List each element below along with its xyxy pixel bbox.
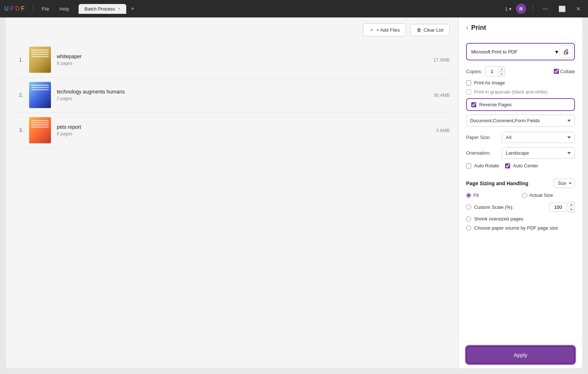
paper-size-label: Paper Size: bbox=[466, 135, 499, 140]
rotate-center-row: Auto Rotate Auto Center bbox=[466, 163, 575, 172]
file-thumbnail bbox=[29, 82, 51, 108]
collate-checkbox[interactable] bbox=[554, 69, 559, 74]
scale-input[interactable] bbox=[549, 203, 567, 212]
reverse-pages-checkbox[interactable] bbox=[471, 102, 476, 107]
close-button[interactable]: ✕ bbox=[573, 5, 584, 13]
file-info: technology augments humans 2 pages bbox=[57, 89, 428, 101]
file-pages: 2 pages bbox=[57, 96, 428, 101]
print-bw-checkbox[interactable] bbox=[466, 89, 471, 95]
add-files-label: + Add Files bbox=[376, 27, 400, 33]
paper-size-select[interactable]: A4 bbox=[502, 132, 575, 143]
print-bw-label: Print in grayscale (black and white) bbox=[474, 89, 548, 95]
printer-section: Microsoft Print to PDF ▾ 🖨 bbox=[466, 43, 575, 60]
document-combo[interactable]: Document,Comment,Form Fields bbox=[466, 115, 575, 127]
tab-close-icon[interactable]: × bbox=[118, 6, 120, 11]
orientation-row: Orientation: Landscape bbox=[466, 147, 575, 159]
actual-size-label: Actual Size bbox=[529, 192, 553, 198]
auto-center-label: Auto Center bbox=[513, 163, 538, 168]
printer-icon-button[interactable]: 🖨 bbox=[560, 45, 573, 58]
tab-batch-process[interactable]: Batch Process × bbox=[79, 4, 126, 14]
custom-scale-radio[interactable] bbox=[466, 204, 471, 210]
file-thumbnail bbox=[29, 47, 51, 73]
clear-list-button[interactable]: 🗑 Clear List bbox=[410, 24, 450, 36]
settings-header: ‹ Print bbox=[459, 17, 582, 37]
reverse-pages-label: Reverse Pages bbox=[479, 102, 512, 107]
shrink-label: Shrink oversized pages bbox=[474, 216, 523, 222]
file-info: pets report 6 pages bbox=[57, 124, 430, 136]
printer-select[interactable]: Microsoft Print to PDF bbox=[468, 47, 554, 57]
auto-rotate-row: Auto Rotate bbox=[466, 163, 499, 168]
file-name: whitepaper bbox=[57, 53, 428, 59]
list-item: 1. whitepaper 8 pages 17.9MB bbox=[15, 42, 450, 77]
choose-paper-radio[interactable] bbox=[466, 226, 471, 231]
scale-up-button[interactable]: ▴ bbox=[568, 202, 575, 207]
tab-label: Batch Process bbox=[84, 6, 115, 12]
shrink-radio[interactable] bbox=[466, 216, 471, 222]
copies-up-button[interactable]: ▴ bbox=[499, 67, 505, 71]
back-button[interactable]: ‹ bbox=[466, 24, 468, 32]
titlebar: UPDF File Help Batch Process × + 1 ▾ R —… bbox=[0, 0, 588, 17]
titlebar-right: 1 ▾ R — ⬜ ✕ bbox=[505, 4, 584, 14]
apply-section: Apply bbox=[459, 341, 582, 368]
settings-panel: ‹ Print Microsoft Print to PDF ▾ 🖨 Copie… bbox=[458, 17, 582, 368]
settings-title: Print bbox=[471, 24, 486, 32]
shrink-row: Shrink oversized pages bbox=[466, 216, 575, 222]
maximize-button[interactable]: ⬜ bbox=[556, 5, 569, 13]
list-item: 2. technology augments humans 2 pages 36… bbox=[15, 77, 450, 113]
paper-size-row: Paper Size: A4 bbox=[466, 132, 575, 143]
file-num: 3. bbox=[15, 127, 23, 133]
file-name: technology augments humans bbox=[57, 89, 428, 95]
file-size: 36.4MB bbox=[433, 92, 450, 98]
plus-icon: ＋ bbox=[369, 27, 374, 33]
fit-radio-item: Fit bbox=[466, 192, 519, 198]
size-dropdown[interactable]: Size bbox=[554, 179, 575, 188]
collate-text: Collate bbox=[560, 69, 575, 74]
page-sizing-header: Page Sizing and Handling Size bbox=[466, 179, 575, 188]
orientation-label: Orientation: bbox=[466, 150, 499, 156]
copies-input[interactable] bbox=[485, 67, 498, 76]
copies-arrows: ▴ ▾ bbox=[498, 67, 505, 76]
file-num: 2. bbox=[15, 92, 23, 98]
auto-center-row: Auto Center bbox=[505, 163, 538, 168]
list-item: 3. pets report 6 pages 3.8MB bbox=[15, 113, 450, 148]
apply-button[interactable]: Apply bbox=[466, 346, 575, 364]
fit-radio[interactable] bbox=[466, 193, 471, 198]
file-name: pets report bbox=[57, 124, 430, 130]
copies-input-wrap: ▴ ▾ bbox=[485, 66, 505, 76]
file-num: 1. bbox=[15, 57, 23, 63]
file-toolbar: ＋ + Add Files 🗑 Clear List bbox=[6, 17, 458, 42]
minimize-button[interactable]: — bbox=[540, 5, 551, 13]
menu-help[interactable]: Help bbox=[56, 5, 73, 13]
actual-size-radio-item: Actual Size bbox=[522, 192, 575, 198]
page-sizing-title: Page Sizing and Handling bbox=[466, 180, 528, 186]
logo-d: D bbox=[15, 5, 20, 12]
logo-f: F bbox=[21, 5, 25, 12]
titlebar-right-divider bbox=[533, 4, 533, 13]
orientation-select[interactable]: Landscape bbox=[502, 147, 575, 159]
clear-list-label: Clear List bbox=[424, 27, 444, 33]
main-content: ＋ + Add Files 🗑 Clear List 1. bbox=[6, 17, 582, 368]
scale-spinner: ▴ ▾ bbox=[568, 202, 575, 212]
add-tab-button[interactable]: + bbox=[128, 4, 138, 13]
auto-rotate-checkbox[interactable] bbox=[466, 163, 471, 168]
file-size: 3.8MB bbox=[436, 128, 450, 133]
reverse-pages-section: Reverse Pages bbox=[466, 98, 575, 111]
settings-body: Microsoft Print to PDF ▾ 🖨 Copies: ▴ ▾ bbox=[459, 37, 582, 341]
print-bw-row: Print in grayscale (black and white) bbox=[466, 89, 575, 95]
add-files-button[interactable]: ＋ + Add Files bbox=[363, 23, 406, 36]
choose-paper-label: Choose paper source by PDF page size bbox=[474, 225, 558, 231]
user-count: 1 ▾ bbox=[505, 6, 512, 12]
print-as-image-checkbox[interactable] bbox=[466, 80, 471, 85]
copies-down-button[interactable]: ▾ bbox=[499, 71, 505, 76]
auto-rotate-label: Auto Rotate bbox=[474, 163, 499, 168]
file-thumbnail bbox=[29, 117, 51, 143]
file-list: 1. whitepaper 8 pages 17.9MB bbox=[6, 42, 458, 368]
titlebar-divider bbox=[33, 4, 33, 13]
menu-file[interactable]: File bbox=[38, 5, 53, 13]
scale-down-button[interactable]: ▾ bbox=[568, 207, 575, 212]
file-pages: 8 pages bbox=[57, 61, 428, 66]
actual-size-radio[interactable] bbox=[522, 193, 527, 198]
file-size: 17.9MB bbox=[433, 57, 450, 63]
avatar[interactable]: R bbox=[516, 4, 526, 14]
auto-center-checkbox[interactable] bbox=[505, 163, 510, 168]
